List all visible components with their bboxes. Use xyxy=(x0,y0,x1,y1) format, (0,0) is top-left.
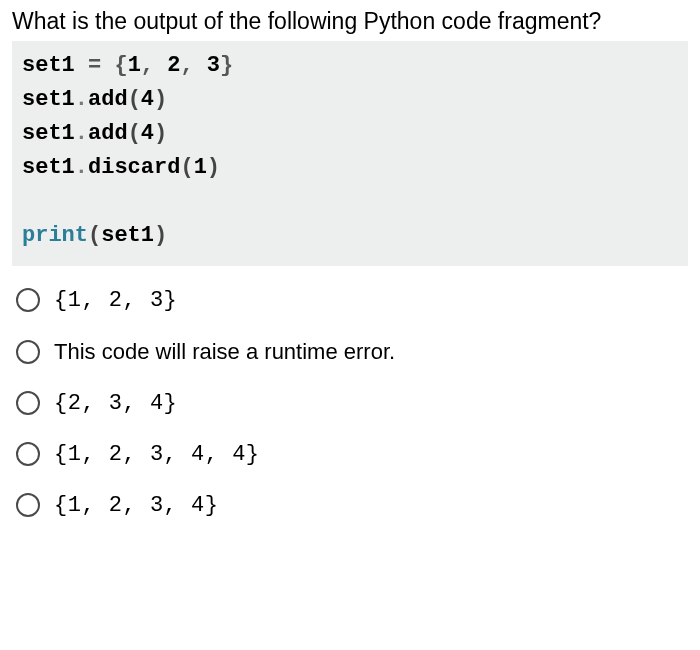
option-1[interactable]: {1, 2, 3} xyxy=(16,288,688,313)
radio-icon[interactable] xyxy=(16,288,40,312)
code-paren-open: ( xyxy=(128,87,141,112)
code-arg-var: set1 xyxy=(101,223,154,248)
code-line-5: print(set1) xyxy=(22,219,678,253)
option-label: This code will raise a runtime error. xyxy=(54,339,395,365)
code-paren-open: ( xyxy=(128,121,141,146)
code-brace-open: { xyxy=(114,53,127,78)
code-print: print xyxy=(22,223,88,248)
code-dot: . xyxy=(75,121,88,146)
code-var: set1 xyxy=(22,53,75,78)
code-line-2: set1.add(4) xyxy=(22,83,678,117)
option-label: {1, 2, 3, 4} xyxy=(54,493,218,518)
code-paren-close: ) xyxy=(154,87,167,112)
code-num: 3 xyxy=(207,53,220,78)
code-comma: , xyxy=(180,53,206,78)
code-method: discard xyxy=(88,155,180,180)
code-var: set1 xyxy=(22,155,75,180)
code-line-4: set1.discard(1) xyxy=(22,151,678,185)
code-line-blank xyxy=(22,185,678,219)
radio-icon[interactable] xyxy=(16,442,40,466)
code-dot: . xyxy=(75,155,88,180)
code-paren-close: ) xyxy=(154,223,167,248)
code-arg: 4 xyxy=(141,87,154,112)
code-paren-close: ) xyxy=(207,155,220,180)
code-num: 2 xyxy=(167,53,180,78)
code-paren-open: ( xyxy=(88,223,101,248)
option-2[interactable]: This code will raise a runtime error. xyxy=(16,339,688,365)
option-label: {1, 2, 3} xyxy=(54,288,177,313)
code-brace-close: } xyxy=(220,53,233,78)
code-method: add xyxy=(88,87,128,112)
radio-icon[interactable] xyxy=(16,391,40,415)
option-3[interactable]: {2, 3, 4} xyxy=(16,391,688,416)
radio-icon[interactable] xyxy=(16,493,40,517)
option-label: {1, 2, 3, 4, 4} xyxy=(54,442,260,467)
option-label: {2, 3, 4} xyxy=(54,391,177,416)
code-num: 1 xyxy=(128,53,141,78)
options-list: {1, 2, 3} This code will raise a runtime… xyxy=(16,288,688,518)
question-title: What is the output of the following Pyth… xyxy=(12,8,688,35)
code-method: add xyxy=(88,121,128,146)
option-5[interactable]: {1, 2, 3, 4} xyxy=(16,493,688,518)
code-line-1: set1 = {1, 2, 3} xyxy=(22,49,678,83)
code-block: set1 = {1, 2, 3} set1.add(4) set1.add(4)… xyxy=(12,41,688,266)
code-paren-open: ( xyxy=(180,155,193,180)
code-dot: . xyxy=(75,87,88,112)
code-var: set1 xyxy=(22,87,75,112)
radio-icon[interactable] xyxy=(16,340,40,364)
code-var: set1 xyxy=(22,121,75,146)
code-arg: 4 xyxy=(141,121,154,146)
code-comma: , xyxy=(141,53,167,78)
code-arg: 1 xyxy=(194,155,207,180)
option-4[interactable]: {1, 2, 3, 4, 4} xyxy=(16,442,688,467)
code-paren-close: ) xyxy=(154,121,167,146)
code-eq: = xyxy=(75,53,115,78)
code-line-3: set1.add(4) xyxy=(22,117,678,151)
